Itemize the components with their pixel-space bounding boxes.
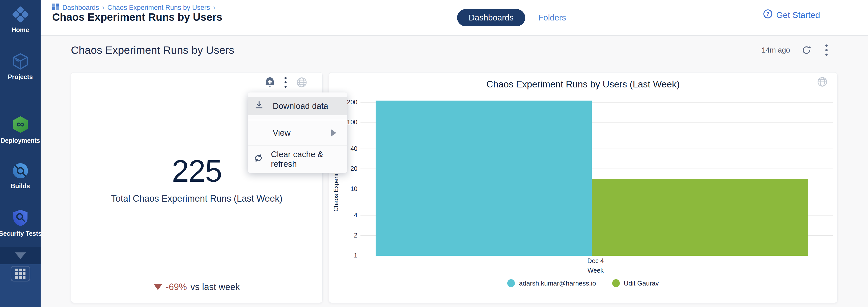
tile-runs-by-users-chart: Chaos Experiment Runs by Users (Last Wee…: [329, 72, 837, 303]
refresh-button[interactable]: [802, 45, 811, 55]
tile-menu-button[interactable]: [282, 76, 289, 89]
arrow-down-icon: [154, 284, 162, 290]
dashboard-more-options-button[interactable]: [823, 44, 830, 57]
sidebar-item-security-tests[interactable]: Security Tests: [0, 209, 41, 237]
dashboard-content: Chaos Experiment Runs by Users 14m ago: [41, 36, 868, 307]
svg-text:?: ?: [766, 11, 770, 17]
legend-item-adarsh[interactable]: adarsh.kumar@harness.io: [507, 279, 596, 287]
top-header: Dashboards › Chaos Experiment Runs by Us…: [41, 0, 868, 36]
delta-value: -69%: [166, 282, 187, 292]
total-caption: Total Chaos Experiment Runs (Last Week): [71, 193, 322, 204]
last-refreshed-label: 14m ago: [762, 46, 790, 54]
x-axis-title: Week: [570, 267, 621, 274]
download-icon: [254, 101, 264, 112]
sidebar-item-label: Security Tests: [0, 230, 42, 237]
delta-label: vs last week: [190, 282, 240, 292]
menu-item-clear-cache[interactable]: Clear cache & refresh: [248, 146, 347, 172]
question-circle-icon: ?: [763, 9, 773, 21]
legend-label: adarsh.kumar@harness.io: [519, 279, 596, 287]
chevron-down-icon: [15, 252, 26, 259]
header-tabs: Dashboards Folders: [457, 9, 566, 26]
cd-hexagon-infinity-icon: ∞: [12, 116, 29, 134]
sidebar-item-projects[interactable]: Projects: [0, 53, 41, 81]
sidebar-item-home[interactable]: Home: [0, 6, 41, 34]
get-started-label: Get Started: [776, 10, 820, 20]
bar-Udit Gaurav[interactable]: [592, 179, 808, 256]
legend-item-udit[interactable]: Udit Gaurav: [612, 279, 659, 287]
delta-row: -69% vs last week: [71, 282, 322, 292]
alert-bell-icon[interactable]: [265, 77, 275, 88]
home-icon: [12, 6, 29, 24]
sidebar-item-deployments[interactable]: ∞ Deployments: [0, 116, 41, 144]
sidebar-collapse-button[interactable]: [0, 247, 41, 264]
tile-context-menu: Download data View Clear cache & refresh: [248, 92, 347, 173]
tab-dashboards[interactable]: Dashboards: [457, 9, 525, 26]
menu-item-label: Clear cache & refresh: [271, 149, 347, 169]
breadcrumb-link-current[interactable]: Chaos Experiment Runs by Users: [107, 4, 210, 11]
refresh-icon: [253, 153, 264, 165]
sidebar-item-builds[interactable]: Builds: [0, 163, 41, 190]
get-started-link[interactable]: ? Get Started: [763, 9, 820, 21]
breadcrumb-link-dashboards[interactable]: Dashboards: [62, 4, 99, 11]
shield-magnifier-icon: [12, 209, 28, 227]
breadcrumb-separator: ›: [213, 4, 215, 11]
legend-dot: [612, 279, 620, 287]
sidebar-item-label: Home: [11, 26, 29, 34]
sidebar-footer: [0, 264, 41, 307]
sidebar-item-label: Projects: [8, 73, 33, 81]
chart-plot-area: Chaos Experiment Runs Dec 4 Week adarsh.…: [329, 73, 837, 303]
menu-item-download-data[interactable]: Download data: [248, 97, 347, 115]
menu-item-label: Download data: [273, 101, 328, 111]
bar-adarsh.kumar@harness.io[interactable]: [376, 101, 592, 256]
menu-item-label: View: [273, 128, 290, 138]
dashboard-title: Chaos Experiment Runs by Users: [71, 44, 234, 56]
page-title: Chaos Experiment Runs by Users: [52, 11, 222, 23]
x-axis-line: [361, 256, 833, 256]
legend-label: Udit Gaurav: [624, 279, 659, 287]
sidebar-item-label: Deployments: [0, 137, 40, 144]
legend-dot: [507, 279, 515, 287]
grid-icon: [15, 269, 26, 279]
ci-circle-icon: [12, 163, 29, 180]
app-screen: Home Projects ∞ Deployments: [0, 0, 868, 307]
breadcrumb-separator: ›: [102, 4, 104, 11]
menu-item-view[interactable]: View: [248, 120, 347, 145]
x-tick-label: Dec 4: [570, 257, 621, 264]
chart-legend: adarsh.kumar@harness.io Udit Gaurav: [329, 279, 837, 287]
submenu-caret-icon: [331, 129, 336, 136]
sidebar: Home Projects ∞ Deployments: [0, 0, 41, 307]
cube-icon: [12, 53, 28, 71]
tab-folders[interactable]: Folders: [538, 13, 566, 23]
svg-text:∞: ∞: [17, 118, 24, 130]
module-picker-button[interactable]: [10, 266, 30, 281]
timezone-globe-icon[interactable]: [296, 77, 307, 88]
sidebar-item-label: Builds: [10, 183, 30, 190]
